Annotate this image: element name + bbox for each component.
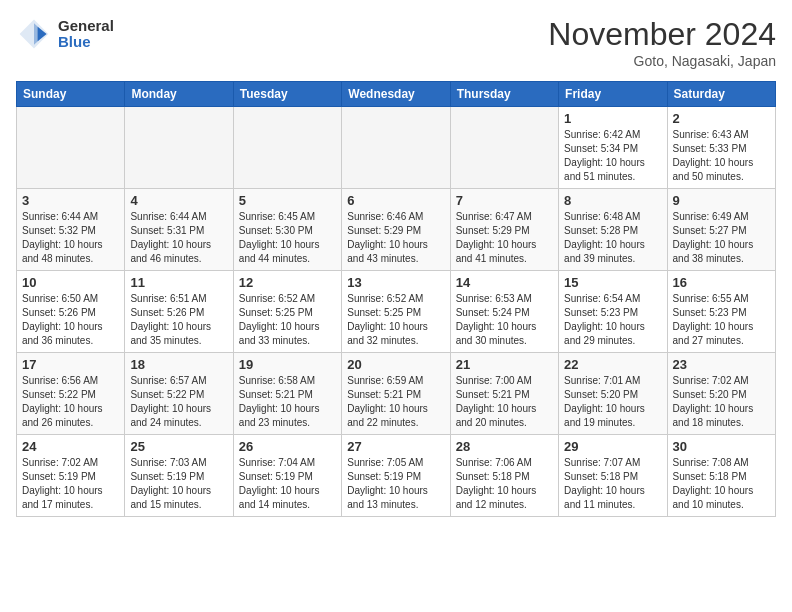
calendar-cell-5: 5Sunrise: 6:45 AMSunset: 5:30 PMDaylight… <box>233 189 341 271</box>
day-number: 12 <box>239 275 336 290</box>
day-number: 16 <box>673 275 770 290</box>
title-block: November 2024 Goto, Nagasaki, Japan <box>548 16 776 69</box>
calendar-cell-13: 13Sunrise: 6:52 AMSunset: 5:25 PMDayligh… <box>342 271 450 353</box>
calendar-cell-1: 1Sunrise: 6:42 AMSunset: 5:34 PMDaylight… <box>559 107 667 189</box>
day-number: 1 <box>564 111 661 126</box>
day-info: Sunrise: 7:01 AMSunset: 5:20 PMDaylight:… <box>564 374 661 430</box>
logo-general: General <box>58 18 114 35</box>
day-number: 11 <box>130 275 227 290</box>
day-number: 17 <box>22 357 119 372</box>
day-info: Sunrise: 6:50 AMSunset: 5:26 PMDaylight:… <box>22 292 119 348</box>
calendar-cell-22: 22Sunrise: 7:01 AMSunset: 5:20 PMDayligh… <box>559 353 667 435</box>
day-number: 2 <box>673 111 770 126</box>
logo-blue: Blue <box>58 34 114 51</box>
weekday-header-monday: Monday <box>125 82 233 107</box>
day-number: 8 <box>564 193 661 208</box>
day-info: Sunrise: 6:48 AMSunset: 5:28 PMDaylight:… <box>564 210 661 266</box>
calendar-cell-11: 11Sunrise: 6:51 AMSunset: 5:26 PMDayligh… <box>125 271 233 353</box>
calendar-cell-15: 15Sunrise: 6:54 AMSunset: 5:23 PMDayligh… <box>559 271 667 353</box>
day-number: 14 <box>456 275 553 290</box>
location: Goto, Nagasaki, Japan <box>548 53 776 69</box>
calendar-cell-empty <box>233 107 341 189</box>
day-number: 7 <box>456 193 553 208</box>
calendar-cell-27: 27Sunrise: 7:05 AMSunset: 5:19 PMDayligh… <box>342 435 450 517</box>
day-number: 27 <box>347 439 444 454</box>
day-info: Sunrise: 6:58 AMSunset: 5:21 PMDaylight:… <box>239 374 336 430</box>
calendar-cell-empty <box>125 107 233 189</box>
day-info: Sunrise: 6:49 AMSunset: 5:27 PMDaylight:… <box>673 210 770 266</box>
day-number: 5 <box>239 193 336 208</box>
logo-icon <box>16 16 52 52</box>
calendar-week-5: 24Sunrise: 7:02 AMSunset: 5:19 PMDayligh… <box>17 435 776 517</box>
day-info: Sunrise: 6:43 AMSunset: 5:33 PMDaylight:… <box>673 128 770 184</box>
calendar-cell-28: 28Sunrise: 7:06 AMSunset: 5:18 PMDayligh… <box>450 435 558 517</box>
day-number: 21 <box>456 357 553 372</box>
calendar-cell-16: 16Sunrise: 6:55 AMSunset: 5:23 PMDayligh… <box>667 271 775 353</box>
day-info: Sunrise: 6:53 AMSunset: 5:24 PMDaylight:… <box>456 292 553 348</box>
day-number: 15 <box>564 275 661 290</box>
calendar-cell-9: 9Sunrise: 6:49 AMSunset: 5:27 PMDaylight… <box>667 189 775 271</box>
day-number: 6 <box>347 193 444 208</box>
day-number: 19 <box>239 357 336 372</box>
month-title: November 2024 <box>548 16 776 53</box>
weekday-header-friday: Friday <box>559 82 667 107</box>
weekday-header-tuesday: Tuesday <box>233 82 341 107</box>
logo-text: General Blue <box>58 18 114 51</box>
day-number: 25 <box>130 439 227 454</box>
day-number: 23 <box>673 357 770 372</box>
calendar-cell-21: 21Sunrise: 7:00 AMSunset: 5:21 PMDayligh… <box>450 353 558 435</box>
logo: General Blue <box>16 16 114 52</box>
day-info: Sunrise: 6:46 AMSunset: 5:29 PMDaylight:… <box>347 210 444 266</box>
day-number: 22 <box>564 357 661 372</box>
day-number: 18 <box>130 357 227 372</box>
day-number: 10 <box>22 275 119 290</box>
calendar-table: SundayMondayTuesdayWednesdayThursdayFrid… <box>16 81 776 517</box>
calendar-cell-23: 23Sunrise: 7:02 AMSunset: 5:20 PMDayligh… <box>667 353 775 435</box>
weekday-header-saturday: Saturday <box>667 82 775 107</box>
calendar-cell-12: 12Sunrise: 6:52 AMSunset: 5:25 PMDayligh… <box>233 271 341 353</box>
calendar-cell-30: 30Sunrise: 7:08 AMSunset: 5:18 PMDayligh… <box>667 435 775 517</box>
weekday-header-wednesday: Wednesday <box>342 82 450 107</box>
day-number: 9 <box>673 193 770 208</box>
day-number: 20 <box>347 357 444 372</box>
day-info: Sunrise: 7:02 AMSunset: 5:20 PMDaylight:… <box>673 374 770 430</box>
day-info: Sunrise: 6:47 AMSunset: 5:29 PMDaylight:… <box>456 210 553 266</box>
calendar-cell-24: 24Sunrise: 7:02 AMSunset: 5:19 PMDayligh… <box>17 435 125 517</box>
calendar-cell-10: 10Sunrise: 6:50 AMSunset: 5:26 PMDayligh… <box>17 271 125 353</box>
day-info: Sunrise: 6:57 AMSunset: 5:22 PMDaylight:… <box>130 374 227 430</box>
calendar-cell-7: 7Sunrise: 6:47 AMSunset: 5:29 PMDaylight… <box>450 189 558 271</box>
weekday-header-thursday: Thursday <box>450 82 558 107</box>
day-info: Sunrise: 7:07 AMSunset: 5:18 PMDaylight:… <box>564 456 661 512</box>
calendar-cell-6: 6Sunrise: 6:46 AMSunset: 5:29 PMDaylight… <box>342 189 450 271</box>
calendar-cell-2: 2Sunrise: 6:43 AMSunset: 5:33 PMDaylight… <box>667 107 775 189</box>
day-info: Sunrise: 6:52 AMSunset: 5:25 PMDaylight:… <box>239 292 336 348</box>
calendar-cell-18: 18Sunrise: 6:57 AMSunset: 5:22 PMDayligh… <box>125 353 233 435</box>
day-number: 29 <box>564 439 661 454</box>
day-info: Sunrise: 6:44 AMSunset: 5:31 PMDaylight:… <box>130 210 227 266</box>
day-info: Sunrise: 6:45 AMSunset: 5:30 PMDaylight:… <box>239 210 336 266</box>
calendar-cell-empty <box>17 107 125 189</box>
page-header: General Blue November 2024 Goto, Nagasak… <box>16 16 776 69</box>
calendar-week-3: 10Sunrise: 6:50 AMSunset: 5:26 PMDayligh… <box>17 271 776 353</box>
day-info: Sunrise: 6:44 AMSunset: 5:32 PMDaylight:… <box>22 210 119 266</box>
day-info: Sunrise: 6:56 AMSunset: 5:22 PMDaylight:… <box>22 374 119 430</box>
calendar-cell-26: 26Sunrise: 7:04 AMSunset: 5:19 PMDayligh… <box>233 435 341 517</box>
day-info: Sunrise: 6:54 AMSunset: 5:23 PMDaylight:… <box>564 292 661 348</box>
calendar-week-2: 3Sunrise: 6:44 AMSunset: 5:32 PMDaylight… <box>17 189 776 271</box>
day-number: 28 <box>456 439 553 454</box>
day-info: Sunrise: 7:08 AMSunset: 5:18 PMDaylight:… <box>673 456 770 512</box>
day-number: 30 <box>673 439 770 454</box>
day-info: Sunrise: 7:02 AMSunset: 5:19 PMDaylight:… <box>22 456 119 512</box>
day-number: 26 <box>239 439 336 454</box>
calendar-cell-empty <box>450 107 558 189</box>
weekday-header-row: SundayMondayTuesdayWednesdayThursdayFrid… <box>17 82 776 107</box>
day-info: Sunrise: 7:00 AMSunset: 5:21 PMDaylight:… <box>456 374 553 430</box>
calendar-cell-17: 17Sunrise: 6:56 AMSunset: 5:22 PMDayligh… <box>17 353 125 435</box>
day-info: Sunrise: 6:51 AMSunset: 5:26 PMDaylight:… <box>130 292 227 348</box>
day-info: Sunrise: 7:06 AMSunset: 5:18 PMDaylight:… <box>456 456 553 512</box>
calendar-cell-3: 3Sunrise: 6:44 AMSunset: 5:32 PMDaylight… <box>17 189 125 271</box>
calendar-week-4: 17Sunrise: 6:56 AMSunset: 5:22 PMDayligh… <box>17 353 776 435</box>
calendar-cell-25: 25Sunrise: 7:03 AMSunset: 5:19 PMDayligh… <box>125 435 233 517</box>
day-info: Sunrise: 7:04 AMSunset: 5:19 PMDaylight:… <box>239 456 336 512</box>
calendar-cell-20: 20Sunrise: 6:59 AMSunset: 5:21 PMDayligh… <box>342 353 450 435</box>
